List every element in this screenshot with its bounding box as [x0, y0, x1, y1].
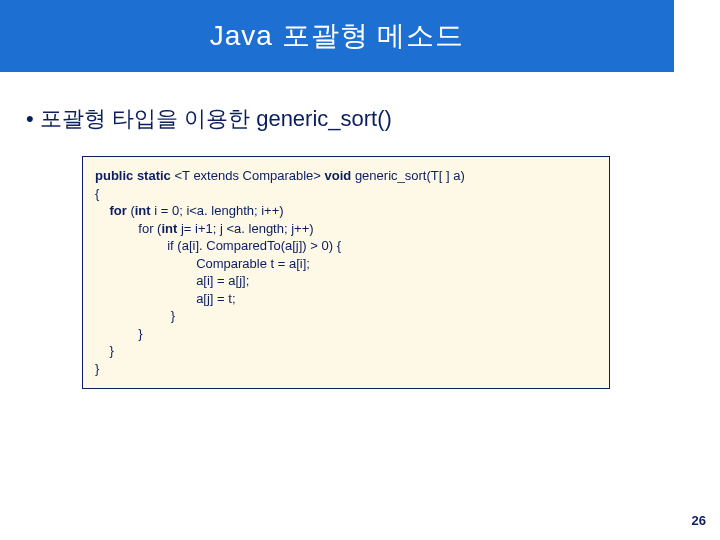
- code-line-11: }: [95, 342, 597, 360]
- code-l3b: (: [127, 203, 135, 218]
- code-line-12: }: [95, 360, 597, 378]
- code-l4a: for (: [95, 221, 161, 236]
- code-line-8: a[j] = t;: [95, 290, 597, 308]
- page-number: 26: [692, 513, 706, 528]
- code-l3d: i = 0; i<a. lenghth; i++): [151, 203, 284, 218]
- bullet-line: • 포괄형 타입을 이용한 generic_sort(): [26, 104, 392, 134]
- code-line-9: }: [95, 307, 597, 325]
- kw-int-2: int: [161, 221, 177, 236]
- code-line-1: public static <T extends Comparable> voi…: [95, 167, 597, 185]
- kw-for-1: for: [95, 203, 127, 218]
- code-box: public static <T extends Comparable> voi…: [82, 156, 610, 389]
- kw-public-static: public static: [95, 168, 174, 183]
- code-l4c: j= i+1; j <a. length; j++): [177, 221, 313, 236]
- code-line-3: for (int i = 0; i<a. lenghth; i++): [95, 202, 597, 220]
- bullet-marker: •: [26, 106, 34, 131]
- code-line-6: Comparable t = a[i];: [95, 255, 597, 273]
- kw-int-1: int: [135, 203, 151, 218]
- code-line-7: a[i] = a[j];: [95, 272, 597, 290]
- code-line-10: }: [95, 325, 597, 343]
- title-bar: Java 포괄형 메소드: [0, 0, 674, 72]
- code-sig: generic_sort(T[ ] a): [351, 168, 464, 183]
- kw-void: void: [321, 168, 351, 183]
- code-generic-decl: <T extends Comparable>: [174, 168, 320, 183]
- code-line-5: if (a[i]. ComparedTo(a[j]) > 0) {: [95, 237, 597, 255]
- code-line-2: {: [95, 185, 597, 203]
- bullet-text: 포괄형 타입을 이용한 generic_sort(): [40, 106, 392, 131]
- code-line-4: for (int j= i+1; j <a. length; j++): [95, 220, 597, 238]
- slide-title: Java 포괄형 메소드: [210, 17, 465, 55]
